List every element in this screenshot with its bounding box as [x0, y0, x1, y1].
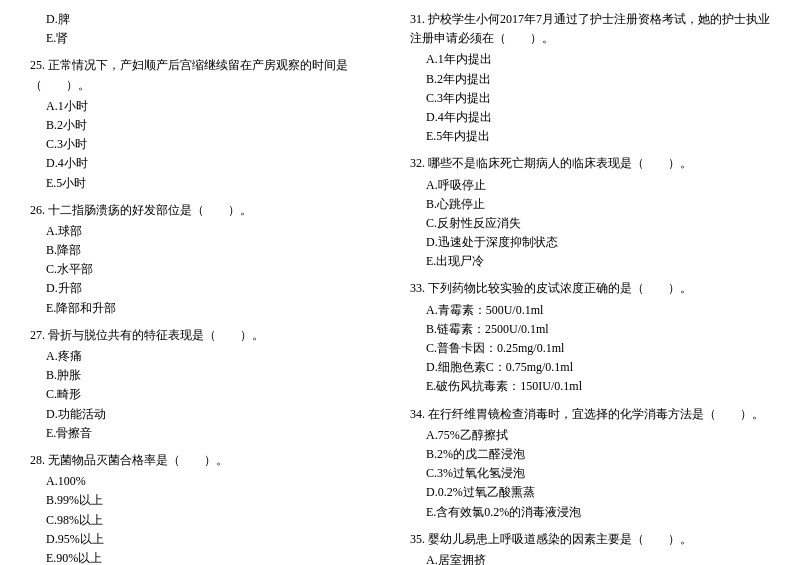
- question-28-title: 28. 无菌物品灭菌合格率是（ ）。: [30, 451, 390, 470]
- q25-opt-a: A.1小时: [30, 97, 390, 116]
- q31-opt-d: D.4年内提出: [410, 108, 770, 127]
- q27-opt-a: A.疼痛: [30, 347, 390, 366]
- q34-opt-b: B.2%的戊二醛浸泡: [410, 445, 770, 464]
- q35-opt-a: A.居室拥挤: [410, 551, 770, 565]
- page-container: D.脾 E.肾 25. 正常情况下，产妇顺产后宫缩继续留在产房观察的时间是（ ）…: [30, 10, 770, 565]
- q28-opt-b: B.99%以上: [30, 491, 390, 510]
- q25-opt-b: B.2小时: [30, 116, 390, 135]
- q25-opt-d: D.4小时: [30, 154, 390, 173]
- question-32: 32. 哪些不是临床死亡期病人的临床表现是（ ）。 A.呼吸停止 B.心跳停止 …: [410, 154, 770, 271]
- q34-opt-d: D.0.2%过氧乙酸熏蒸: [410, 483, 770, 502]
- question-35-title: 35. 婴幼儿易患上呼吸道感染的因素主要是（ ）。: [410, 530, 770, 549]
- question-25-title: 25. 正常情况下，产妇顺产后宫缩继续留在产房观察的时间是（ ）。: [30, 56, 390, 94]
- q32-opt-a: A.呼吸停止: [410, 176, 770, 195]
- question-block-de: D.脾 E.肾: [30, 10, 390, 48]
- question-33-title: 33. 下列药物比较实验的皮试浓度正确的是（ ）。: [410, 279, 770, 298]
- q33-opt-b: B.链霉素：2500U/0.1ml: [410, 320, 770, 339]
- q31-opt-b: B.2年内提出: [410, 70, 770, 89]
- q25-opt-e: E.5小时: [30, 174, 390, 193]
- q28-opt-a: A.100%: [30, 472, 390, 491]
- question-27: 27. 骨折与脱位共有的特征表现是（ ）。 A.疼痛 B.肿胀 C.畸形 D.功…: [30, 326, 390, 443]
- right-column: 31. 护校学生小何2017年7月通过了护士注册资格考试，她的护士执业注册申请必…: [410, 10, 770, 565]
- q33-opt-e: E.破伤风抗毒素：150IU/0.1ml: [410, 377, 770, 396]
- left-column: D.脾 E.肾 25. 正常情况下，产妇顺产后宫缩继续留在产房观察的时间是（ ）…: [30, 10, 390, 565]
- question-35: 35. 婴幼儿易患上呼吸道感染的因素主要是（ ）。 A.居室拥挤 B.免疫特点 …: [410, 530, 770, 565]
- q26-opt-c: C.水平部: [30, 260, 390, 279]
- q34-opt-a: A.75%乙醇擦拭: [410, 426, 770, 445]
- question-28: 28. 无菌物品灭菌合格率是（ ）。 A.100% B.99%以上 C.98%以…: [30, 451, 390, 565]
- q32-opt-c: C.反射性反应消失: [410, 214, 770, 233]
- q32-opt-e: E.出现尸冷: [410, 252, 770, 271]
- q31-opt-a: A.1年内提出: [410, 50, 770, 69]
- q26-opt-a: A.球部: [30, 222, 390, 241]
- q32-opt-b: B.心跳停止: [410, 195, 770, 214]
- q28-opt-d: D.95%以上: [30, 530, 390, 549]
- question-33: 33. 下列药物比较实验的皮试浓度正确的是（ ）。 A.青霉素：500U/0.1…: [410, 279, 770, 396]
- q28-opt-e: E.90%以上: [30, 549, 390, 565]
- q26-opt-b: B.降部: [30, 241, 390, 260]
- q27-opt-b: B.肿胀: [30, 366, 390, 385]
- q31-opt-c: C.3年内提出: [410, 89, 770, 108]
- question-25: 25. 正常情况下，产妇顺产后宫缩继续留在产房观察的时间是（ ）。 A.1小时 …: [30, 56, 390, 192]
- q33-opt-d: D.细胞色素C：0.75mg/0.1ml: [410, 358, 770, 377]
- q25-opt-c: C.3小时: [30, 135, 390, 154]
- question-34-title: 34. 在行纤维胃镜检查消毒时，宜选择的化学消毒方法是（ ）。: [410, 405, 770, 424]
- q32-opt-d: D.迅速处于深度抑制状态: [410, 233, 770, 252]
- question-32-title: 32. 哪些不是临床死亡期病人的临床表现是（ ）。: [410, 154, 770, 173]
- q27-opt-e: E.骨擦音: [30, 424, 390, 443]
- question-31-title: 31. 护校学生小何2017年7月通过了护士注册资格考试，她的护士执业注册申请必…: [410, 10, 770, 48]
- q27-opt-c: C.畸形: [30, 385, 390, 404]
- q33-opt-a: A.青霉素：500U/0.1ml: [410, 301, 770, 320]
- q31-opt-e: E.5年内提出: [410, 127, 770, 146]
- question-26-title: 26. 十二指肠溃疡的好发部位是（ ）。: [30, 201, 390, 220]
- q26-opt-d: D.升部: [30, 279, 390, 298]
- q27-opt-d: D.功能活动: [30, 405, 390, 424]
- option-e: E.肾: [30, 29, 390, 48]
- option-d: D.脾: [30, 10, 390, 29]
- q33-opt-c: C.普鲁卡因：0.25mg/0.1ml: [410, 339, 770, 358]
- question-27-title: 27. 骨折与脱位共有的特征表现是（ ）。: [30, 326, 390, 345]
- q26-opt-e: E.降部和升部: [30, 299, 390, 318]
- q28-opt-c: C.98%以上: [30, 511, 390, 530]
- q34-opt-c: C.3%过氧化氢浸泡: [410, 464, 770, 483]
- q34-opt-e: E.含有效氯0.2%的消毒液浸泡: [410, 503, 770, 522]
- question-34: 34. 在行纤维胃镜检查消毒时，宜选择的化学消毒方法是（ ）。 A.75%乙醇擦…: [410, 405, 770, 522]
- question-26: 26. 十二指肠溃疡的好发部位是（ ）。 A.球部 B.降部 C.水平部 D.升…: [30, 201, 390, 318]
- question-31: 31. 护校学生小何2017年7月通过了护士注册资格考试，她的护士执业注册申请必…: [410, 10, 770, 146]
